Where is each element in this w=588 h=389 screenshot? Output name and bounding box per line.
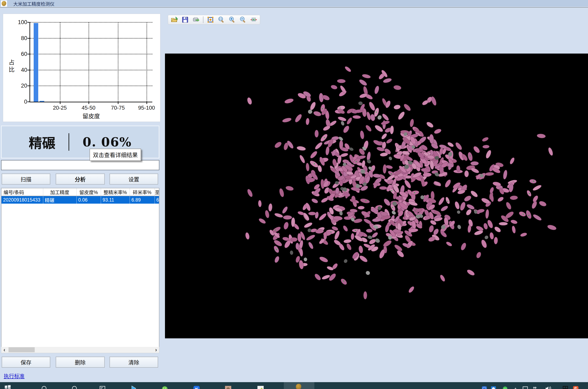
grade-label: 精碾 [29,132,55,152]
app-media-icon[interactable] [130,385,138,389]
rice-grain [386,138,393,144]
histogram-bar [34,23,38,102]
rice-grain [383,198,391,207]
zoom-out-icon[interactable] [239,16,247,24]
rice-grain [482,136,489,142]
rice-grain [340,153,348,158]
rice-grain [390,126,394,134]
fit-image-icon[interactable] [250,16,257,24]
x-tick-label: 70-75 [111,105,125,111]
rice-grain [245,232,250,240]
rice-grain [447,141,454,148]
col-header-precision[interactable]: 加工精度 [43,188,76,196]
rice-grain [274,256,280,263]
rice-grain [274,141,283,149]
col-header-partial[interactable]: 垩白粒率% [155,188,159,196]
title-bar: 大米加工精度检测仪 [0,0,588,7]
tray-app-blue2-icon[interactable] [491,385,498,389]
col-header-broken[interactable]: 碎米率% [130,188,155,196]
histogram-bar [40,101,44,102]
barcode-input[interactable] [1,160,159,170]
taskbar-active-app[interactable] [284,382,314,389]
export-image-icon[interactable] [192,16,200,24]
result-tooltip: 双击查看详细结果 [90,149,141,161]
x-tickmark [147,102,147,104]
open-file-icon[interactable] [171,16,178,24]
col-header-bran[interactable]: 留皮度% [76,188,101,196]
cortana-icon[interactable] [72,385,78,389]
search-icon[interactable] [41,385,48,389]
rice-grain [518,211,526,217]
settings-button[interactable]: 设置 [110,173,158,185]
delete-button[interactable]: 删除 [56,357,105,368]
rice-grain [342,125,350,134]
tray-show-hidden-icon[interactable] [513,385,520,389]
y-gridline [30,38,152,39]
rice-grain [346,243,352,251]
rice-grain [279,188,285,197]
tray-ime-grid-icon[interactable] [562,385,569,389]
rice-grain [273,245,280,254]
tray-app-blue1-icon[interactable] [482,385,489,389]
rice-grain [379,186,387,190]
scroll-left-arrow[interactable]: ‹ [1,347,7,353]
rice-grain [537,133,546,138]
rice-grain [510,195,518,200]
svg-text:K: K [195,387,198,389]
tray-display-icon[interactable] [522,385,529,389]
rice-grain [548,147,554,156]
app-k-icon[interactable]: K [193,385,200,389]
rice-grain [314,141,323,150]
rice-grain [283,216,292,220]
rice-image-canvas[interactable] [165,54,588,338]
rice-grain [539,200,547,207]
rice-grain [494,226,502,233]
execution-standard-link[interactable]: 执行标准 [4,372,25,380]
task-view-icon[interactable] [99,385,106,389]
y-gridline [30,54,152,54]
rice-grain [358,206,365,209]
zoom-in-icon[interactable] [228,16,236,24]
rice-grain [465,208,473,216]
col-header-headrice[interactable]: 整精米率% [101,188,130,196]
horizontal-scrollbar[interactable]: ‹ › [1,347,159,353]
clear-button[interactable]: 清除 [110,357,158,368]
rice-grain [520,232,527,237]
rice-grain [444,179,452,188]
tray-input-icon[interactable] [531,385,539,389]
rice-grain [309,150,318,159]
region-select-icon[interactable] [207,16,214,24]
zoom-actual-icon[interactable]: 1:1 [218,16,225,24]
rice-grain [368,238,377,245]
x-tick-label: 45-50 [82,105,96,111]
scroll-right-arrow[interactable]: › [153,347,159,353]
save-button[interactable]: 保存 [2,357,50,368]
rice-grain [383,164,386,173]
app-avatar-icon[interactable] [225,385,232,389]
tray-volume-icon[interactable] [545,385,552,389]
app-wechat-icon[interactable] [162,385,169,389]
col-header-barcode[interactable]: 编号/条码 [1,188,43,196]
scan-button[interactable]: 扫描 [2,173,50,185]
start-button[interactable] [4,385,12,389]
rice-grain [311,198,319,204]
rice-grain [306,118,310,125]
tray-wechat-icon[interactable] [502,385,510,389]
cell-bran: 0.06 [76,196,101,204]
rice-grain [525,210,532,219]
x-tick-label: 95-100 [138,105,155,111]
app-notes-icon[interactable] [257,385,264,389]
rice-grain [440,205,449,212]
tray-sogou-icon[interactable] [573,385,580,389]
rice-grain [372,218,382,222]
rice-grain [476,251,482,259]
rice-grain [281,206,288,214]
table-row-selected[interactable]: 20200918015433 精碾 0.06 93.11 6.89 6 [1,196,159,204]
save-icon[interactable] [181,16,189,24]
rice-grain [359,255,368,263]
rice-grain [499,222,508,226]
analyze-button[interactable]: 分析 [56,173,105,185]
rice-grain [315,130,319,137]
scrollbar-thumb[interactable] [8,347,35,352]
chart-x-axis-label: 留皮度 [82,112,100,120]
